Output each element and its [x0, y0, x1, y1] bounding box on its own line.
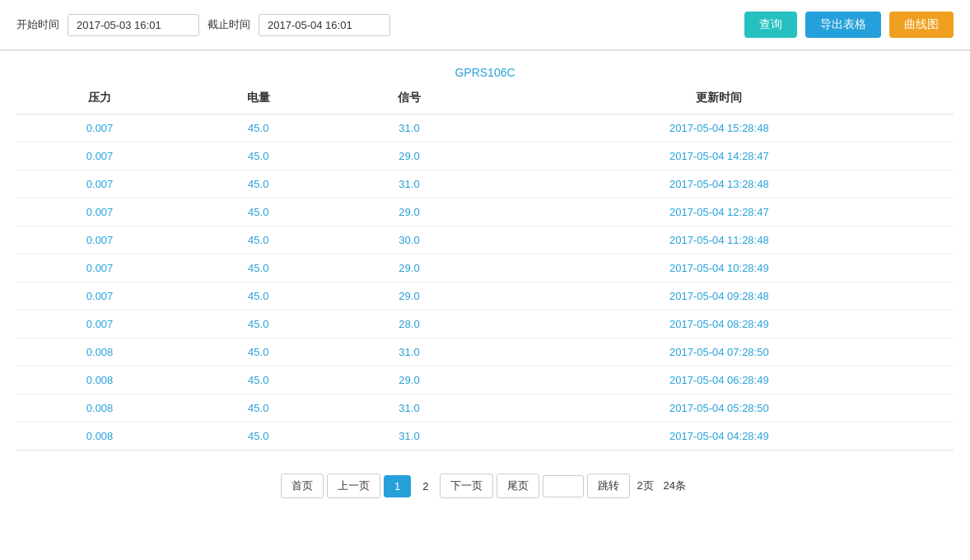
end-date-input[interactable] — [259, 14, 390, 36]
cell-signal: 30.0 — [333, 226, 484, 254]
col-electricity: 电量 — [183, 82, 333, 114]
cell-signal: 31.0 — [333, 170, 484, 198]
col-pressure: 压力 — [16, 82, 183, 114]
cell-signal: 29.0 — [333, 198, 484, 226]
total-records: 24条 — [660, 478, 689, 493]
last-page-button[interactable]: 尾页 — [497, 474, 539, 498]
cell-electricity: 45.0 — [183, 310, 333, 338]
cell-pressure: 0.007 — [16, 198, 183, 226]
cell-pressure: 0.008 — [16, 338, 183, 366]
cell-pressure: 0.007 — [16, 142, 183, 170]
cell-pressure: 0.007 — [16, 282, 183, 310]
cell-electricity: 45.0 — [183, 198, 333, 226]
prev-page-button[interactable]: 上一页 — [327, 474, 380, 498]
cell-pressure: 0.007 — [16, 254, 183, 282]
jump-button[interactable]: 跳转 — [587, 474, 630, 498]
cell-electricity: 45.0 — [183, 226, 333, 254]
data-table: 压力 电量 信号 更新时间 0.00745.031.02017-05-04 15… — [16, 82, 954, 450]
cell-update_time: 2017-05-04 13:28:48 — [485, 170, 954, 198]
table-row: 0.00745.029.02017-05-04 14:28:47 — [16, 142, 954, 170]
current-page-button[interactable]: 1 — [384, 475, 411, 497]
table-row: 0.00745.031.02017-05-04 13:28:48 — [16, 170, 954, 198]
cell-electricity: 45.0 — [183, 282, 333, 310]
cell-update_time: 2017-05-04 05:28:50 — [485, 394, 954, 422]
cell-update_time: 2017-05-04 04:28:49 — [485, 422, 954, 450]
cell-pressure: 0.008 — [16, 394, 183, 422]
cell-electricity: 45.0 — [183, 170, 333, 198]
table-header-row: 压力 电量 信号 更新时间 — [16, 82, 954, 114]
first-page-button[interactable]: 首页 — [281, 474, 324, 498]
cell-update_time: 2017-05-04 12:28:47 — [485, 198, 954, 226]
cell-pressure: 0.007 — [16, 226, 183, 254]
cell-update_time: 2017-05-04 07:28:50 — [485, 338, 954, 366]
cell-pressure: 0.007 — [16, 310, 183, 338]
cell-update_time: 2017-05-04 06:28:49 — [485, 366, 954, 394]
cell-signal: 29.0 — [333, 254, 484, 282]
table-row: 0.00745.029.02017-05-04 12:28:47 — [16, 198, 954, 226]
cell-update_time: 2017-05-04 11:28:48 — [485, 226, 954, 254]
table-row: 0.00845.031.02017-05-04 04:28:49 — [16, 422, 954, 450]
cell-pressure: 0.008 — [16, 422, 183, 450]
table-row: 0.00845.031.02017-05-04 07:28:50 — [16, 338, 954, 366]
table-row: 0.00745.029.02017-05-04 09:28:48 — [16, 282, 954, 310]
cell-electricity: 45.0 — [183, 366, 333, 394]
start-label: 开始时间 — [16, 17, 59, 32]
total-pages: 2页 — [633, 478, 656, 493]
next-page-button[interactable]: 下一页 — [440, 474, 493, 498]
cell-pressure: 0.008 — [16, 366, 183, 394]
cell-pressure: 0.007 — [16, 114, 183, 142]
query-button[interactable]: 查询 — [744, 12, 797, 38]
table-container: GPRS106C 压力 电量 信号 更新时间 0.00745.031.02017… — [0, 51, 970, 459]
cell-signal: 31.0 — [333, 338, 484, 366]
cell-signal: 31.0 — [333, 422, 484, 450]
cell-electricity: 45.0 — [183, 114, 333, 142]
cell-update_time: 2017-05-04 15:28:48 — [485, 114, 954, 142]
cell-pressure: 0.007 — [16, 170, 183, 198]
cell-update_time: 2017-05-04 08:28:49 — [485, 310, 954, 338]
cell-update_time: 2017-05-04 10:28:49 — [485, 254, 954, 282]
cell-update_time: 2017-05-04 09:28:48 — [485, 282, 954, 310]
start-date-input[interactable] — [68, 14, 199, 36]
cell-electricity: 45.0 — [183, 254, 333, 282]
table-row: 0.00845.029.02017-05-04 06:28:49 — [16, 366, 954, 394]
cell-electricity: 45.0 — [183, 338, 333, 366]
chart-button[interactable]: 曲线图 — [889, 12, 954, 38]
device-title: GPRS106C — [16, 59, 954, 82]
table-row: 0.00745.028.02017-05-04 08:28:49 — [16, 310, 954, 338]
cell-signal: 28.0 — [333, 310, 484, 338]
end-label: 截止时间 — [208, 17, 250, 32]
cell-update_time: 2017-05-04 14:28:47 — [485, 142, 954, 170]
cell-signal: 31.0 — [333, 394, 484, 422]
cell-signal: 29.0 — [333, 142, 484, 170]
table-row: 0.00845.031.02017-05-04 05:28:50 — [16, 394, 954, 422]
jump-input[interactable] — [543, 475, 584, 497]
next-page-num[interactable]: 2 — [414, 476, 436, 497]
col-update-time: 更新时间 — [485, 82, 954, 114]
cell-signal: 29.0 — [333, 366, 484, 394]
table-row: 0.00745.030.02017-05-04 11:28:48 — [16, 226, 954, 254]
cell-electricity: 45.0 — [183, 422, 333, 450]
export-button[interactable]: 导出表格 — [805, 12, 881, 38]
pagination: 首页 上一页 1 2 下一页 尾页 跳转 2页 24条 — [0, 459, 970, 506]
cell-electricity: 45.0 — [183, 394, 333, 422]
table-row: 0.00745.029.02017-05-04 10:28:49 — [16, 254, 954, 282]
col-signal: 信号 — [333, 82, 484, 114]
cell-electricity: 45.0 — [183, 142, 333, 170]
cell-signal: 29.0 — [333, 282, 484, 310]
cell-signal: 31.0 — [333, 114, 484, 142]
toolbar: 开始时间 截止时间 查询 导出表格 曲线图 — [0, 0, 970, 50]
table-row: 0.00745.031.02017-05-04 15:28:48 — [16, 114, 954, 142]
